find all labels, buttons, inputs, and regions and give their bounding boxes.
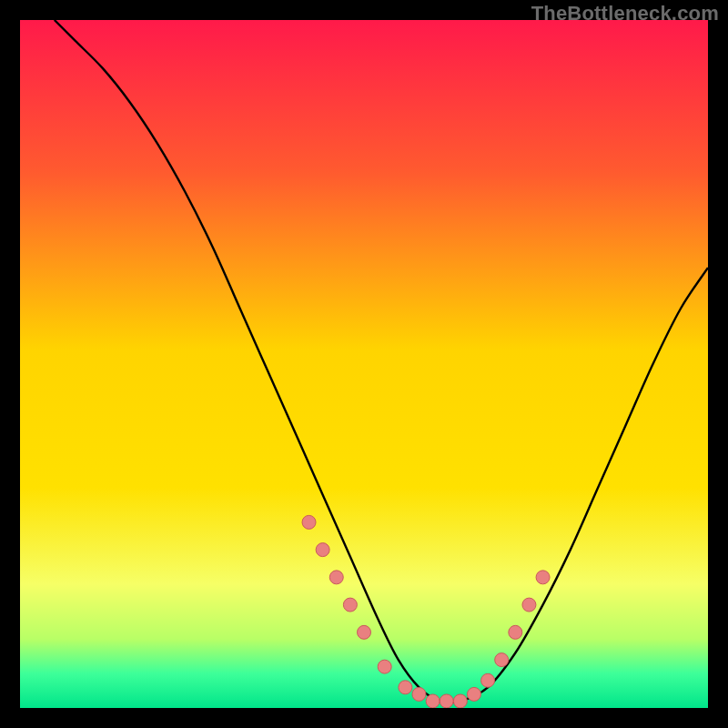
data-point: [536, 571, 550, 584]
data-point: [378, 660, 391, 673]
chart-frame: TheBottleneck.com: [0, 0, 728, 728]
data-point: [481, 673, 495, 687]
data-point: [302, 515, 316, 529]
data-point: [343, 598, 357, 612]
data-point: [412, 687, 426, 701]
data-point: [440, 694, 453, 708]
data-point: [399, 681, 412, 694]
points-layer: [20, 20, 708, 708]
highlighted-points: [302, 515, 550, 708]
data-point: [426, 694, 440, 708]
watermark-label: TheBottleneck.com: [531, 2, 719, 25]
data-point: [316, 543, 329, 557]
data-point: [358, 625, 371, 639]
data-point: [467, 687, 480, 701]
data-point: [329, 571, 343, 584]
data-point: [453, 694, 467, 708]
data-point: [522, 598, 536, 612]
data-point: [495, 653, 509, 667]
data-point: [509, 625, 522, 639]
